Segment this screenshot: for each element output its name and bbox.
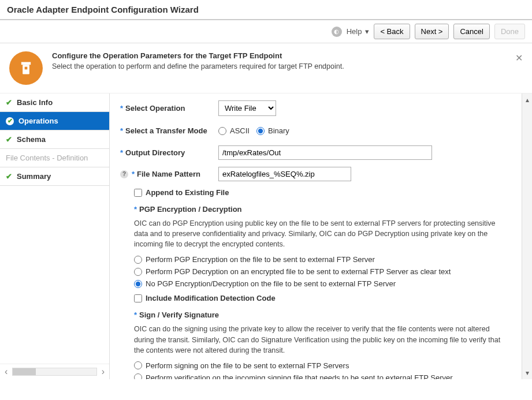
- sign-perform-radio[interactable]: Perform signing on the file to be sent t…: [134, 361, 511, 370]
- mdc-label: Include Modification Detection Code: [146, 294, 276, 302]
- append-label: Append to Existing File: [146, 188, 229, 197]
- step-basic-info[interactable]: ✔ Basic Info: [0, 94, 109, 112]
- step-label: Basic Info: [17, 98, 53, 107]
- close-icon[interactable]: ✕: [515, 53, 523, 63]
- top-toolbar: ◐ Help ▾ < Back Next > Cancel Done: [0, 20, 532, 43]
- hscroll-thumb[interactable]: [13, 368, 36, 375]
- output-directory-label: Output Directory: [125, 148, 185, 157]
- output-directory-input[interactable]: [218, 145, 432, 160]
- pgp-encrypt-radio[interactable]: Perform PGP Encryption on the file to be…: [134, 255, 511, 264]
- help-menu[interactable]: Help ▾: [347, 27, 370, 36]
- select-operation-label: Select Operation: [125, 104, 185, 113]
- adapter-icon: [9, 51, 43, 85]
- mdc-checkbox[interactable]: [134, 294, 142, 302]
- step-summary[interactable]: ✔ Summary: [0, 167, 109, 186]
- page-header: Configure the Operation Parameters for t…: [0, 43, 532, 94]
- scroll-right-icon[interactable]: ›: [101, 367, 106, 377]
- pgp-none-radio[interactable]: No PGP Encryption/Decryption on the file…: [134, 279, 511, 288]
- scroll-left-icon[interactable]: ‹: [3, 367, 9, 377]
- hscroll-track[interactable]: [12, 368, 96, 376]
- select-operation-dropdown[interactable]: Write File: [218, 100, 276, 116]
- sign-verify-radio[interactable]: Perform verification on the incoming sig…: [134, 373, 511, 379]
- wizard-title: Oracle Adapter Endpoint Configuration Wi…: [0, 0, 532, 20]
- form-panel: *Select Operation Write File *Select a T…: [110, 94, 522, 379]
- pgp-decrypt-radio[interactable]: Perform PGP Decryption on an encrypted f…: [134, 267, 511, 276]
- chevron-down-icon: ▾: [365, 27, 369, 36]
- sign-section-header: Sign / Verify Signature: [139, 311, 219, 319]
- pgp-description: OIC can do PGP Encryption using public k…: [134, 218, 511, 249]
- transfer-mode-label: Select a Transfer Mode: [125, 126, 207, 135]
- step-schema[interactable]: ✔ Schema: [0, 130, 109, 149]
- pgp-section-header: PGP Encryption / Decryption: [139, 205, 241, 214]
- append-checkbox[interactable]: [134, 189, 142, 197]
- mdc-checkbox-row[interactable]: Include Modification Detection Code: [134, 294, 511, 302]
- file-name-pattern-label: File Name Pattern: [137, 170, 200, 178]
- back-button[interactable]: < Back: [374, 24, 410, 39]
- binary-radio[interactable]: Binary: [256, 126, 289, 135]
- help-icon[interactable]: ?: [120, 170, 128, 178]
- check-icon: ✔: [6, 98, 12, 107]
- user-icon: ◐: [332, 27, 342, 37]
- append-checkbox-row[interactable]: Append to Existing File: [134, 188, 511, 197]
- check-icon: ✔: [6, 117, 14, 125]
- done-button: Done: [494, 24, 525, 39]
- cancel-button[interactable]: Cancel: [453, 24, 489, 39]
- svg-rect-0: [21, 62, 31, 65]
- help-label: Help: [347, 27, 362, 36]
- wizard-sidebar: ✔ Basic Info ✔ Operations ✔ Schema File …: [0, 94, 110, 379]
- vertical-scrollbar[interactable]: ▴ ▾: [522, 94, 532, 379]
- check-icon: ✔: [6, 135, 12, 144]
- sign-description: OIC can do the signing using the private…: [134, 324, 511, 355]
- step-operations[interactable]: ✔ Operations: [0, 112, 109, 130]
- step-label: File Contents - Definition: [6, 154, 88, 162]
- scroll-down-icon[interactable]: ▾: [526, 369, 529, 377]
- page-title: Configure the Operation Parameters for t…: [52, 51, 344, 60]
- step-label: Operations: [18, 117, 58, 125]
- step-label: Summary: [17, 172, 51, 181]
- step-file-contents: File Contents - Definition: [0, 149, 109, 167]
- svg-rect-2: [25, 67, 28, 70]
- sidebar-hscroll: ‹ ›: [0, 364, 109, 379]
- page-subtitle: Select the operation to perform and defi…: [52, 62, 344, 70]
- file-name-pattern-input[interactable]: [218, 167, 351, 181]
- next-button[interactable]: Next >: [415, 24, 449, 39]
- ascii-radio[interactable]: ASCII: [218, 126, 250, 135]
- check-icon: ✔: [6, 172, 12, 181]
- step-label: Schema: [17, 135, 46, 144]
- scroll-up-icon[interactable]: ▴: [526, 96, 529, 104]
